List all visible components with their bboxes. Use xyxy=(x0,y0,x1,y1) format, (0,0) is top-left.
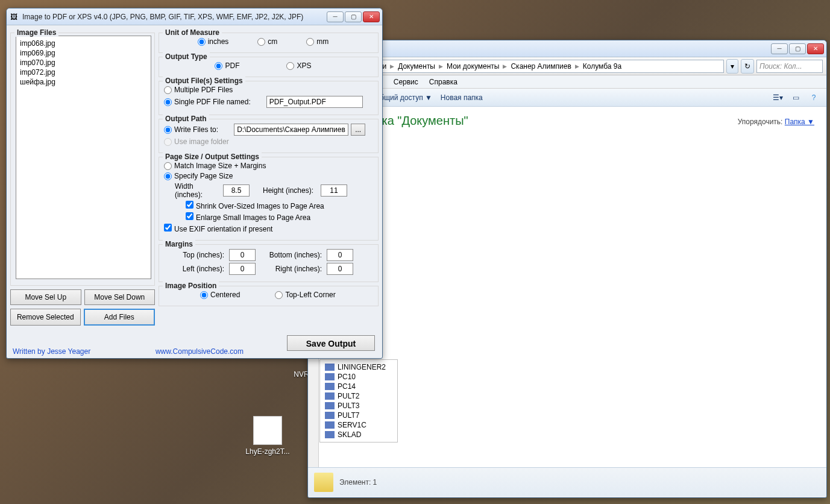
explorer-toolbar: Общий доступ ▼ Новая папка ☰▾ ▭ ? xyxy=(308,89,826,107)
move-up-button[interactable]: Move Sel Up xyxy=(10,289,81,305)
breadcrumb-seg[interactable]: Колумба 9а xyxy=(583,62,621,71)
checkbox-exif[interactable]: Use EXIF orientation if present xyxy=(164,224,272,233)
network-item[interactable]: SERV1C xyxy=(325,420,392,430)
list-item[interactable]: imp069.jpg xyxy=(19,48,148,58)
sort-control: Упорядочить: Папка ▼ xyxy=(738,118,814,126)
radio-use-image-folder[interactable]: Use image folder xyxy=(164,137,229,146)
height-label: Height (inches): xyxy=(263,186,321,195)
network-item[interactable]: PULT2 xyxy=(325,391,392,401)
network-item[interactable]: SKLAD xyxy=(325,430,392,439)
list-item[interactable]: imp072.jpg xyxy=(19,68,148,77)
view-options-button[interactable]: ☰▾ xyxy=(771,91,784,104)
checkbox-enlarge[interactable]: Enlarge Small Images to Page Area xyxy=(186,212,310,222)
radio-label: Specify Page Size xyxy=(174,172,233,180)
breadcrumb-dropdown[interactable]: ▾ xyxy=(726,59,738,74)
width-label: Width (inches): xyxy=(175,182,223,199)
app-titlebar[interactable]: 🖼 Image to PDF or XPS v4.0 (JPG, PNG, BM… xyxy=(7,8,382,25)
save-output-button[interactable]: Save Output xyxy=(287,335,375,351)
margin-top-input[interactable] xyxy=(229,249,256,261)
group-label: Margins xyxy=(163,240,195,248)
remove-selected-button[interactable]: Remove Selected xyxy=(10,309,81,326)
radio-label: cm xyxy=(268,37,277,46)
chevron-right-icon: ▶ xyxy=(439,63,443,69)
radio-xps[interactable]: XPS xyxy=(286,61,311,70)
margin-right-label: Right (inches): xyxy=(256,265,322,273)
minimize-button[interactable]: ─ xyxy=(771,43,788,54)
author-link[interactable]: Written by Jesse Yeager xyxy=(13,347,90,356)
radio-inches[interactable]: inches xyxy=(198,37,229,46)
radio-top-left[interactable]: Top-Left Corner xyxy=(275,291,335,299)
toolbar-share[interactable]: Общий доступ ▼ xyxy=(374,93,432,102)
network-label: SKLAD xyxy=(338,430,361,439)
margin-right-input[interactable] xyxy=(327,263,353,275)
width-input[interactable] xyxy=(223,184,250,197)
radio-label: Match Image Size + Margins xyxy=(174,162,266,170)
group-unit: Unit of Measure inches cm mm xyxy=(159,33,379,53)
toolbar-newfolder[interactable]: Новая папка xyxy=(441,93,483,102)
network-item[interactable]: LININGENER2 xyxy=(325,362,392,372)
sort-label: Упорядочить: xyxy=(738,118,783,126)
network-label: PULT3 xyxy=(338,402,359,410)
breadcrumb[interactable]: иблиотеки▶ Документы▶ Мои документы▶ Ска… xyxy=(348,60,724,73)
search-input[interactable]: Поиск: Кол... xyxy=(756,60,823,73)
add-files-button[interactable]: Add Files xyxy=(84,309,156,326)
library-subtitle: Колумба 9а xyxy=(329,128,817,136)
move-down-button[interactable]: Move Sel Down xyxy=(84,289,156,305)
file-thumb xyxy=(253,416,282,445)
network-item[interactable]: PC10 xyxy=(325,372,392,382)
group-label: Output File(s) Settings xyxy=(163,77,245,85)
explorer-titlebar[interactable]: 📁 ─ ▢ ✕ xyxy=(308,40,826,57)
radio-mm[interactable]: mm xyxy=(306,37,329,46)
close-button[interactable]: ✕ xyxy=(807,43,824,54)
file-list[interactable]: imp068.jpg imp069.jpg imp070.jpg imp072.… xyxy=(16,36,151,279)
computer-icon xyxy=(325,383,335,390)
desktop-icon-lhye[interactable]: LhyE-zgh2T... xyxy=(244,416,292,456)
radio-label: Single PDF File named: xyxy=(174,98,251,106)
group-label: Output Path xyxy=(163,115,209,123)
app-window: 🖼 Image to PDF or XPS v4.0 (JPG, PNG, BM… xyxy=(6,8,383,359)
website-link[interactable]: www.CompulsiveCode.com xyxy=(156,347,244,356)
radio-specify-size[interactable]: Specify Page Size xyxy=(164,172,233,180)
margin-left-input[interactable] xyxy=(229,263,256,275)
breadcrumb-seg[interactable]: Документы xyxy=(398,62,435,71)
network-label: PULT7 xyxy=(338,411,359,420)
help-button[interactable]: ? xyxy=(807,91,820,104)
list-item[interactable]: imp068.jpg xyxy=(19,39,148,48)
refresh-button[interactable]: ↻ xyxy=(741,59,754,74)
network-item[interactable]: PULT3 xyxy=(325,401,392,411)
radio-centered[interactable]: Centered xyxy=(200,291,240,299)
margin-bottom-input[interactable] xyxy=(327,249,353,261)
pdf-name-input[interactable] xyxy=(266,96,363,108)
breadcrumb-seg[interactable]: Мои документы xyxy=(447,62,499,71)
radio-cm[interactable]: cm xyxy=(257,37,277,46)
radio-label: Multiple PDF Files xyxy=(174,86,233,94)
computer-icon xyxy=(325,392,335,400)
radio-write-files-to[interactable]: Write Files to: xyxy=(164,125,218,134)
computer-icon xyxy=(325,402,335,409)
radio-multiple-pdf[interactable]: Multiple PDF Files xyxy=(164,86,233,94)
minimize-button[interactable]: ─ xyxy=(327,11,344,22)
list-item[interactable]: шейфа.jpg xyxy=(19,77,148,87)
list-item[interactable]: imp070.jpg xyxy=(19,58,148,68)
checkbox-shrink[interactable]: Shrink Over-Sized Images to Page Area xyxy=(186,201,324,210)
network-item[interactable]: PC14 xyxy=(325,382,392,391)
menu-help[interactable]: Справка xyxy=(429,78,457,86)
network-label: PC14 xyxy=(338,382,356,391)
browse-button[interactable]: ... xyxy=(351,124,365,136)
network-item[interactable]: PULT7 xyxy=(325,411,392,420)
maximize-button[interactable]: ▢ xyxy=(789,43,806,54)
menu-service[interactable]: Сервис xyxy=(394,78,418,86)
height-input[interactable] xyxy=(321,184,347,197)
computer-icon xyxy=(325,364,335,371)
maximize-button[interactable]: ▢ xyxy=(345,11,362,22)
breadcrumb-seg[interactable]: Сканер Алимпиев xyxy=(511,62,571,71)
sort-dropdown[interactable]: Папка ▼ xyxy=(785,118,814,126)
radio-pdf[interactable]: PDF xyxy=(215,61,239,70)
chevron-right-icon: ▶ xyxy=(390,63,394,69)
close-button[interactable]: ✕ xyxy=(363,11,380,22)
radio-single-pdf[interactable]: Single PDF File named: xyxy=(164,98,251,106)
preview-pane-button[interactable]: ▭ xyxy=(789,91,802,104)
network-label: PC10 xyxy=(338,373,356,381)
output-path-input[interactable] xyxy=(234,124,348,136)
radio-match-size[interactable]: Match Image Size + Margins xyxy=(164,162,266,170)
